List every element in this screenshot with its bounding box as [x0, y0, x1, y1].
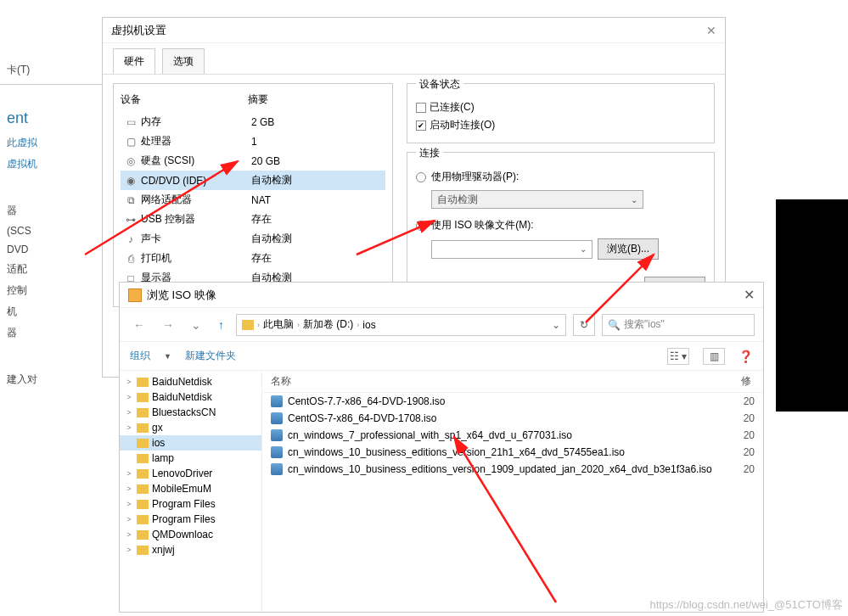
nav-up-icon[interactable]: ↑ — [213, 318, 229, 332]
tree-item[interactable]: >BaiduNetdisk — [120, 389, 261, 405]
expand-icon[interactable]: > — [125, 515, 133, 524]
radio-use-physical[interactable]: 使用物理驱动器(P): — [416, 167, 705, 187]
device-icon: ◎ — [124, 155, 138, 167]
expand-icon[interactable]: > — [125, 546, 133, 554]
address-bar[interactable]: › 此电脑 › 新加卷 (D:) › ios ⌄ — [236, 314, 566, 336]
preview-pane-icon[interactable]: ▥ — [703, 348, 725, 365]
help-icon[interactable]: ❓ — [738, 350, 753, 363]
radio-icon — [416, 172, 426, 182]
expand-icon[interactable]: > — [125, 393, 133, 401]
iso-file-icon — [271, 429, 283, 441]
chevron-down-icon: ⌄ — [580, 244, 587, 254]
iso-file-icon — [271, 395, 283, 407]
tree-item-label: BaiduNetdisk — [152, 376, 212, 388]
tree-item[interactable]: >BaiduNetdisk — [120, 374, 261, 389]
file-name: cn_windows_7_professional_with_sp1_x64_d… — [288, 429, 736, 441]
device-row[interactable]: ⊶USB 控制器存在 — [121, 210, 385, 229]
checkbox-connected[interactable]: 已连接(C) — [416, 98, 705, 116]
tree-item[interactable]: >Program Files — [120, 496, 261, 512]
device-row[interactable]: ▭内存2 GB — [121, 112, 385, 132]
chevron-down-icon[interactable]: ⌄ — [552, 319, 560, 331]
tree-item[interactable]: >gx — [120, 420, 261, 435]
device-summary: 自动检测 — [251, 173, 382, 188]
device-name: 处理器 — [141, 134, 251, 148]
close-icon[interactable]: ✕ — [744, 287, 755, 303]
expand-icon[interactable]: > — [125, 423, 133, 432]
view-options-icon[interactable]: ☷ ▾ — [667, 348, 689, 365]
file-row[interactable]: CentOS-7-x86_64-DVD-1708.iso20 — [262, 410, 763, 427]
bg-title: ent — [0, 104, 102, 132]
tree-item-label: Program Files — [152, 498, 216, 510]
file-row[interactable]: cn_windows_10_business_editions_version_… — [262, 461, 763, 478]
new-folder-button[interactable]: 新建文件夹 — [185, 349, 236, 363]
organize-menu[interactable]: 组织 — [130, 349, 150, 363]
browse-button[interactable]: 浏览(B)... — [598, 238, 659, 260]
browse-title: 浏览 ISO 映像 — [147, 288, 216, 303]
tab-hardware[interactable]: 硬件 — [113, 48, 155, 74]
tree-item-label: LenovoDriver — [152, 468, 212, 479]
tree-item-label: lamp — [152, 452, 174, 464]
tree-item[interactable]: >QMDownloac — [120, 527, 261, 542]
expand-icon[interactable]: > — [125, 378, 133, 386]
search-input[interactable]: 🔍 搜索"ios" — [602, 314, 755, 336]
device-row[interactable]: ⎙打印机存在 — [121, 249, 385, 268]
tree-item[interactable]: >xnjwj — [120, 542, 261, 557]
device-name: USB 控制器 — [141, 212, 251, 227]
expand-icon[interactable]: > — [125, 500, 133, 508]
close-icon[interactable]: ✕ — [706, 18, 716, 42]
device-icon: ⧉ — [124, 194, 138, 206]
file-row[interactable]: cn_windows_10_business_editions_version_… — [262, 444, 763, 461]
folder-icon — [137, 469, 149, 479]
tab-options[interactable]: 选项 — [162, 48, 205, 74]
checkbox-connect-on-power[interactable]: 启动时连接(O) — [416, 116, 705, 134]
iso-path-input[interactable]: ⌄ — [431, 240, 592, 259]
folder-icon — [137, 515, 149, 524]
tree-item[interactable]: ios — [120, 435, 261, 451]
folder-icon — [137, 378, 149, 387]
tree-item-label: gx — [152, 422, 163, 434]
tree-item[interactable]: lamp — [120, 451, 261, 466]
background-preview — [776, 199, 848, 412]
device-name: 硬盘 (SCSI) — [141, 154, 251, 168]
dialog-title: 虚拟机设置 — [111, 18, 166, 42]
file-row[interactable]: cn_windows_7_professional_with_sp1_x64_d… — [262, 427, 763, 444]
file-date: 20 — [741, 395, 755, 407]
device-row[interactable]: ♪声卡自动检测 — [121, 229, 385, 249]
device-summary: 存在 — [251, 212, 382, 227]
tree-item-label: QMDownloac — [152, 529, 213, 540]
refresh-button[interactable]: ↻ — [573, 314, 595, 336]
chevron-right-icon: › — [297, 321, 300, 329]
device-name: 内存 — [141, 115, 251, 129]
checkbox-icon — [416, 103, 426, 113]
expand-icon[interactable]: > — [125, 484, 133, 493]
expand-icon[interactable]: > — [125, 408, 133, 417]
folder-icon — [137, 408, 149, 417]
device-icon: ♪ — [124, 233, 138, 245]
file-name: CentOS-7-x86_64-DVD-1708.iso — [288, 412, 736, 424]
file-date: 20 — [741, 429, 755, 441]
expand-icon[interactable]: > — [125, 469, 133, 478]
device-row[interactable]: ⧉网络适配器NAT — [121, 190, 385, 210]
device-row[interactable]: ▢处理器1 — [121, 132, 385, 151]
col-name[interactable]: 名称 — [271, 374, 741, 389]
device-row[interactable]: ◉CD/DVD (IDE)自动检测 — [121, 171, 385, 190]
tree-item[interactable]: >Program Files — [120, 512, 261, 527]
browse-iso-dialog: 浏览 ISO 映像 ✕ ← → ⌄ ↑ › 此电脑 › 新加卷 (D:) › i… — [119, 282, 764, 613]
search-icon: 🔍 — [608, 319, 621, 331]
device-summary: NAT — [251, 194, 382, 206]
nav-back-icon[interactable]: ← — [128, 318, 150, 332]
device-row[interactable]: ◎硬盘 (SCSI)20 GB — [121, 151, 385, 171]
tree-item[interactable]: >MobileEmuM — [120, 481, 261, 496]
nav-recent-icon[interactable]: ⌄ — [186, 318, 206, 332]
device-summary: 自动检测 — [251, 232, 382, 246]
tree-item[interactable]: >LenovoDriver — [120, 466, 261, 481]
device-icon: ◉ — [124, 175, 138, 187]
physical-drive-select[interactable]: 自动检测 ⌄ — [431, 190, 643, 209]
radio-icon — [416, 221, 426, 231]
file-row[interactable]: CentOS-7.7-x86_64-DVD-1908.iso20 — [262, 393, 763, 410]
status-legend: 设备状态 — [416, 77, 463, 92]
expand-icon[interactable]: > — [125, 530, 133, 539]
tree-item[interactable]: >BluestacksCN — [120, 405, 261, 420]
radio-use-iso[interactable]: 使用 ISO 映像文件(M): — [416, 216, 705, 235]
col-modified[interactable]: 修 — [741, 374, 755, 389]
